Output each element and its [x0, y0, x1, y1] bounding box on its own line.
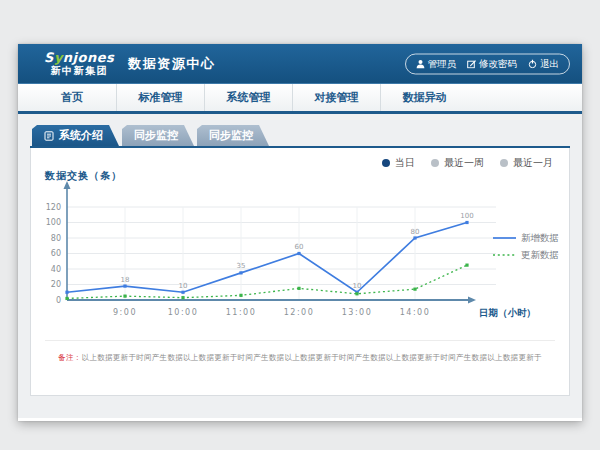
data-point-label: 10 — [179, 282, 188, 290]
change-password-label: 修改密码 — [479, 57, 517, 70]
tab-label: 同步监控 — [209, 128, 253, 143]
data-point — [465, 221, 468, 224]
data-point-label: 10 — [353, 282, 362, 290]
nav-item-home[interactable]: 首页 — [28, 84, 116, 111]
radio-label: 当日 — [395, 156, 415, 170]
time-range-filter: 当日 最近一周 最近一月 — [382, 156, 553, 170]
footnote: 备注：以上数据更新于时间产生数据以上数据更新于时间产生数据以上数据更新于时间产生… — [41, 353, 559, 363]
y-tick-label: 100 — [46, 218, 61, 227]
page-title: 数据资源中心 — [128, 55, 215, 73]
document-icon — [44, 131, 54, 141]
tab-bar: 系统介绍 同步监控 同步监控 — [32, 125, 269, 146]
data-point — [239, 294, 242, 297]
data-point — [413, 236, 416, 239]
data-point — [181, 291, 184, 294]
x-tick-label: 11:00 — [226, 308, 257, 317]
x-tick-label: 14:00 — [400, 308, 431, 317]
tab-sync-monitor-1[interactable]: 同步监控 — [122, 125, 194, 146]
nav-item-standard-management[interactable]: 标准管理 — [116, 84, 204, 111]
brand-logo-text: Synjones — [44, 51, 114, 65]
x-tick-label: 9:00 — [113, 308, 137, 317]
y-tick-label: 80 — [51, 234, 61, 243]
radio-label: 最近一周 — [444, 156, 484, 170]
panel-divider — [45, 340, 555, 341]
app-header: Synjones 新中新集团 数据资源中心 管理员 修改密码 退出 — [18, 44, 582, 84]
data-point — [65, 291, 68, 294]
radio-dot — [431, 159, 439, 167]
y-tick-label: 120 — [46, 203, 61, 212]
data-point — [65, 297, 68, 300]
data-point-label: 80 — [411, 228, 420, 236]
radio-today[interactable]: 当日 — [382, 156, 415, 170]
data-point — [123, 284, 126, 287]
footnote-text: 以上数据更新于时间产生数据以上数据更新于时间产生数据以上数据更新于时间产生数据以… — [82, 353, 542, 362]
current-user-label: 管理员 — [428, 57, 457, 70]
power-icon — [528, 59, 537, 68]
line-chart: 0204060801001209:0010:0011:0012:0013:001… — [41, 178, 581, 328]
x-tick-label: 10:00 — [168, 308, 199, 317]
radio-dot — [382, 159, 390, 167]
data-point — [465, 264, 468, 267]
x-tick-label: 12:00 — [284, 308, 315, 317]
current-user-button[interactable]: 管理员 — [416, 57, 457, 70]
brand-logo: Synjones 新中新集团 — [44, 51, 114, 76]
tab-sync-monitor-2[interactable]: 同步监控 — [197, 125, 269, 146]
chart-svg: 0204060801001209:0010:0011:0012:0013:001… — [41, 178, 581, 328]
logout-button[interactable]: 退出 — [528, 57, 559, 70]
data-point-label: 60 — [295, 243, 304, 251]
radio-label: 最近一月 — [513, 156, 553, 170]
y-tick-label: 20 — [51, 280, 61, 289]
data-point-label: 18 — [121, 276, 130, 284]
user-toolbar: 管理员 修改密码 退出 — [405, 53, 571, 74]
chart-panel: 当日 最近一周 最近一月 数据交换（条） 0204060801001209:00… — [30, 148, 570, 396]
data-point — [413, 288, 416, 291]
logo-accent-glyph: y — [54, 50, 63, 65]
data-point-label: 100 — [460, 212, 473, 220]
x-axis-title: 日期（小时） — [479, 307, 536, 319]
x-tick-label: 13:00 — [342, 308, 373, 317]
main-navigation: 首页 标准管理 系统管理 对接管理 数据异动 — [18, 84, 582, 114]
tab-label: 系统介绍 — [59, 128, 103, 143]
data-point — [297, 252, 300, 255]
nav-item-system-management[interactable]: 系统管理 — [204, 84, 292, 111]
data-point — [355, 292, 358, 295]
y-axis-arrow — [64, 181, 71, 189]
logout-label: 退出 — [540, 57, 559, 70]
data-point — [239, 271, 242, 274]
data-point — [181, 296, 184, 299]
change-password-button[interactable]: 修改密码 — [467, 57, 517, 70]
brand-company-name: 新中新集团 — [44, 65, 114, 76]
data-point — [123, 295, 126, 298]
legend-label-1: 更新数据 — [521, 249, 559, 260]
radio-last-month[interactable]: 最近一月 — [500, 156, 553, 170]
x-axis-arrow — [468, 297, 476, 304]
tab-label: 同步监控 — [134, 128, 178, 143]
data-point — [297, 287, 300, 290]
content-area: 系统介绍 同步监控 同步监控 当日 最近一周 最近一月 数据交换（条） 0204… — [18, 114, 582, 418]
footnote-prefix: 备注： — [58, 353, 81, 362]
data-point-label: 35 — [237, 262, 246, 270]
y-tick-label: 40 — [51, 265, 61, 274]
radio-last-week[interactable]: 最近一周 — [431, 156, 484, 170]
legend-label-0: 新增数据 — [521, 232, 559, 243]
nav-item-interface-management[interactable]: 对接管理 — [292, 84, 380, 111]
nav-item-data-change[interactable]: 数据异动 — [380, 84, 468, 111]
y-tick-label: 60 — [51, 249, 61, 258]
user-icon — [416, 59, 425, 68]
browser-window: Synjones 新中新集团 数据资源中心 管理员 修改密码 退出 首页 标准管… — [18, 44, 582, 421]
tab-system-intro[interactable]: 系统介绍 — [32, 125, 119, 146]
radio-dot — [500, 159, 508, 167]
edit-icon — [467, 59, 476, 68]
y-tick-label: 0 — [56, 296, 61, 305]
